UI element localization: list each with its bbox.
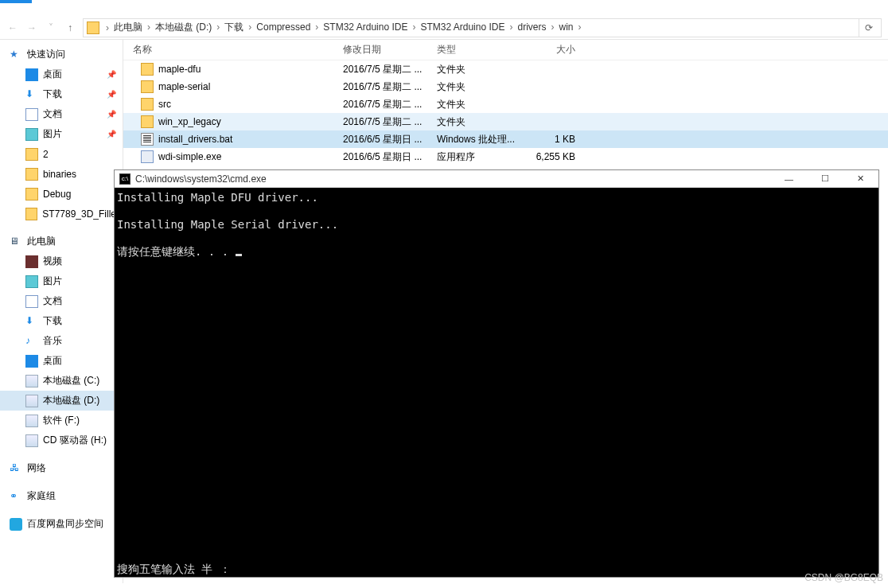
maximize-button[interactable]: ☐ bbox=[807, 170, 843, 187]
sidebar-item-label: 文档 bbox=[43, 294, 62, 308]
network-icon: 🖧 bbox=[10, 462, 22, 475]
sidebar-network[interactable]: 🖧 网络 bbox=[0, 458, 123, 478]
sidebar-item[interactable]: 视频 bbox=[0, 251, 123, 271]
star-icon: ★ bbox=[10, 49, 22, 61]
sidebar-item[interactable]: ST7789_3D_Filled_ bbox=[0, 204, 123, 224]
sidebar-item-label: 图片 bbox=[43, 127, 62, 141]
pin-icon: 📌 bbox=[107, 130, 116, 138]
file-icon bbox=[141, 133, 154, 146]
cloud-icon bbox=[10, 518, 22, 531]
breadcrumb-item[interactable]: 下载 bbox=[223, 21, 245, 33]
file-date: 2016/7/5 星期二 ... bbox=[333, 63, 427, 76]
column-headers[interactable]: 名称 修改日期 类型 大小 bbox=[123, 40, 888, 60]
sidebar-homegroup[interactable]: ⚭ 家庭组 bbox=[0, 486, 123, 506]
sidebar-item[interactable]: 软件 (F:) bbox=[0, 411, 123, 430]
chevron-right-icon[interactable]: › bbox=[213, 21, 223, 33]
chevron-right-icon[interactable]: › bbox=[575, 21, 585, 33]
file-name: maple-serial bbox=[158, 81, 210, 92]
drive-icon bbox=[25, 415, 38, 427]
sidebar-item[interactable]: CD 驱动器 (H:) bbox=[0, 430, 123, 450]
breadcrumb-item[interactable]: win bbox=[558, 21, 575, 33]
folder-icon bbox=[25, 208, 37, 220]
breadcrumb-item[interactable]: drivers bbox=[516, 21, 547, 33]
chevron-right-icon[interactable]: › bbox=[312, 21, 321, 33]
sidebar-item[interactable]: 桌面📌 bbox=[0, 64, 123, 84]
nav-back[interactable]: ← bbox=[3, 18, 22, 37]
file-type: Windows 批处理... bbox=[427, 133, 521, 146]
desktop-icon bbox=[25, 68, 38, 81]
sidebar-item-label: 2 bbox=[43, 149, 49, 160]
sidebar-item[interactable]: 2 bbox=[0, 144, 123, 164]
breadcrumb-item[interactable]: 本地磁盘 (D:) bbox=[154, 21, 213, 33]
chevron-right-icon[interactable]: › bbox=[548, 21, 558, 33]
breadcrumb-item[interactable]: Compressed bbox=[255, 21, 312, 33]
file-row[interactable]: win_xp_legacy2016/7/5 星期二 ...文件夹 bbox=[123, 113, 888, 130]
file-date: 2016/7/5 星期二 ... bbox=[333, 80, 427, 94]
sidebar-item[interactable]: 图片📌 bbox=[0, 124, 123, 144]
pic-icon bbox=[25, 128, 38, 141]
file-icon bbox=[141, 115, 154, 128]
file-row[interactable]: install_drivers.bat2016/6/5 星期日 ...Windo… bbox=[123, 130, 888, 148]
folder-icon bbox=[25, 188, 38, 201]
col-size[interactable]: 大小 bbox=[521, 43, 585, 56]
sidebar-item[interactable]: 文档📌 bbox=[0, 104, 123, 124]
file-name: wdi-simple.exe bbox=[158, 151, 221, 162]
file-size: 6,255 KB bbox=[521, 151, 585, 162]
music-icon: ♪ bbox=[25, 335, 38, 348]
download-icon: ⬇ bbox=[25, 315, 38, 328]
sidebar-this-pc[interactable]: 🖥 此电脑 bbox=[0, 232, 123, 251]
cmd-output[interactable]: Installing Maple DFU driver... Installin… bbox=[115, 188, 878, 563]
chevron-right-icon[interactable]: › bbox=[506, 21, 516, 33]
sidebar-quick-access[interactable]: ★ 快速访问 bbox=[0, 45, 123, 64]
file-type: 文件夹 bbox=[427, 80, 521, 94]
sidebar-item-label: 下载 bbox=[43, 314, 62, 328]
doc-icon bbox=[25, 108, 38, 121]
sidebar-item[interactable]: 文档 bbox=[0, 291, 123, 311]
col-date[interactable]: 修改日期 bbox=[333, 43, 427, 56]
cmd-titlebar[interactable]: c:\ C:\windows\system32\cmd.exe — ☐ ✕ bbox=[115, 170, 878, 188]
sidebar-label: 快速访问 bbox=[27, 48, 65, 61]
file-date: 2016/6/5 星期日 ... bbox=[333, 133, 427, 146]
sidebar-item[interactable]: 本地磁盘 (D:) bbox=[0, 391, 123, 411]
cmd-icon: c:\ bbox=[119, 173, 130, 185]
ime-status: 搜狗五笔输入法 半 ： bbox=[115, 563, 878, 577]
nav-up[interactable]: ↑ bbox=[60, 18, 80, 37]
pc-icon: 🖥 bbox=[10, 236, 22, 248]
sidebar-item-label: 下载 bbox=[43, 88, 62, 101]
sidebar-item[interactable]: ♪音乐 bbox=[0, 331, 123, 351]
breadcrumb-item[interactable]: STM32 Arduino IDE bbox=[321, 21, 409, 33]
nav-forward[interactable]: → bbox=[22, 18, 41, 37]
file-row[interactable]: maple-dfu2016/7/5 星期二 ...文件夹 bbox=[123, 60, 888, 78]
sidebar-item-label: 音乐 bbox=[43, 334, 62, 348]
nav-recent[interactable]: ˅ bbox=[41, 18, 60, 37]
sidebar-item[interactable]: ⬇下载📌 bbox=[0, 84, 123, 104]
sidebar-item[interactable]: ⬇下载 bbox=[0, 311, 123, 331]
sidebar-item[interactable]: 桌面 bbox=[0, 351, 123, 371]
sidebar-item[interactable]: 本地磁盘 (C:) bbox=[0, 371, 123, 391]
breadcrumb-item[interactable]: STM32 Arduino IDE bbox=[419, 21, 506, 33]
col-name[interactable]: 名称 bbox=[123, 43, 333, 56]
address-bar[interactable]: › 此电脑›本地磁盘 (D:)›下载›Compressed›STM32 Ardu… bbox=[83, 18, 882, 37]
file-row[interactable]: src2016/7/5 星期二 ...文件夹 bbox=[123, 95, 888, 113]
file-date: 2016/7/5 星期二 ... bbox=[333, 98, 427, 111]
chevron-right-icon[interactable]: › bbox=[409, 21, 419, 33]
refresh-icon[interactable]: ⟳ bbox=[859, 18, 878, 37]
file-icon bbox=[141, 80, 154, 93]
sidebar-item[interactable]: binaries bbox=[0, 164, 123, 184]
col-type[interactable]: 类型 bbox=[427, 43, 521, 56]
cmd-window[interactable]: c:\ C:\windows\system32\cmd.exe — ☐ ✕ In… bbox=[114, 169, 879, 578]
file-row[interactable]: wdi-simple.exe2016/6/5 星期日 ...应用程序6,255 … bbox=[123, 148, 888, 165]
sidebar-item[interactable]: 图片 bbox=[0, 271, 123, 291]
file-name: maple-dfu bbox=[158, 64, 201, 75]
chevron-right-icon[interactable]: › bbox=[245, 21, 255, 33]
sidebar-item-label: Debug bbox=[43, 189, 71, 200]
minimize-button[interactable]: — bbox=[771, 170, 807, 187]
sidebar-item[interactable]: Debug bbox=[0, 184, 123, 204]
sidebar-label: 网络 bbox=[27, 461, 46, 475]
sidebar-baidu[interactable]: 百度网盘同步空间 bbox=[0, 514, 123, 534]
file-row[interactable]: maple-serial2016/7/5 星期二 ...文件夹 bbox=[123, 78, 888, 95]
desktop-icon bbox=[25, 355, 38, 368]
close-button[interactable]: ✕ bbox=[843, 170, 878, 187]
chevron-right-icon[interactable]: › bbox=[144, 21, 154, 33]
breadcrumb-item[interactable]: 此电脑 bbox=[112, 21, 144, 33]
